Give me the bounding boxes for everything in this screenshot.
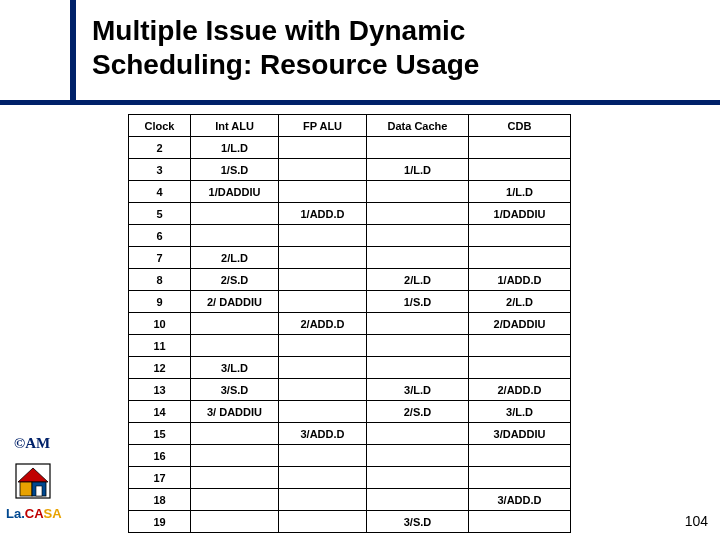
cell-dc <box>367 467 469 489</box>
cell-dc <box>367 137 469 159</box>
cell-cdb: 2/ADD.D <box>469 379 571 401</box>
title-line-1: Multiple Issue with Dynamic <box>92 15 465 46</box>
cell-int <box>191 511 279 533</box>
cell-clock: 3 <box>129 159 191 181</box>
table-row: 102/ADD.D2/DADDIU <box>129 313 571 335</box>
col-clock: Clock <box>129 115 191 137</box>
cell-int: 2/L.D <box>191 247 279 269</box>
cell-fp <box>279 379 367 401</box>
cell-fp <box>279 225 367 247</box>
cell-cdb <box>469 137 571 159</box>
cell-cdb <box>469 159 571 181</box>
cell-int <box>191 313 279 335</box>
cell-int <box>191 225 279 247</box>
cell-clock: 10 <box>129 313 191 335</box>
lacasa-logo: La.CASA <box>6 506 62 521</box>
cell-int <box>191 203 279 225</box>
col-int-alu: Int ALU <box>191 115 279 137</box>
cell-dc <box>367 225 469 247</box>
cell-clock: 6 <box>129 225 191 247</box>
cell-dc: 3/S.D <box>367 511 469 533</box>
cell-int: 3/L.D <box>191 357 279 379</box>
cell-cdb <box>469 467 571 489</box>
cell-dc <box>367 203 469 225</box>
cell-clock: 11 <box>129 335 191 357</box>
table-row: 16 <box>129 445 571 467</box>
cell-fp <box>279 335 367 357</box>
table-row: 193/S.D <box>129 511 571 533</box>
cell-dc: 2/S.D <box>367 401 469 423</box>
table-row: 17 <box>129 467 571 489</box>
cell-fp <box>279 511 367 533</box>
table-row: 133/S.D3/L.D2/ADD.D <box>129 379 571 401</box>
cell-dc: 2/L.D <box>367 269 469 291</box>
table-row: 6 <box>129 225 571 247</box>
cell-int: 1/DADDIU <box>191 181 279 203</box>
col-cdb: CDB <box>469 115 571 137</box>
cell-int: 1/S.D <box>191 159 279 181</box>
cell-cdb <box>469 445 571 467</box>
cell-dc <box>367 247 469 269</box>
cell-clock: 9 <box>129 291 191 313</box>
cell-dc <box>367 423 469 445</box>
cell-clock: 13 <box>129 379 191 401</box>
cell-cdb: 2/DADDIU <box>469 313 571 335</box>
table-header-row: Clock Int ALU FP ALU Data Cache CDB <box>129 115 571 137</box>
cell-dc <box>367 357 469 379</box>
cell-dc <box>367 335 469 357</box>
cell-cdb: 1/L.D <box>469 181 571 203</box>
cell-cdb <box>469 511 571 533</box>
cell-fp <box>279 357 367 379</box>
cell-int: 2/S.D <box>191 269 279 291</box>
cell-cdb: 3/L.D <box>469 401 571 423</box>
table-row: 143/ DADDIU2/S.D3/L.D <box>129 401 571 423</box>
cell-fp <box>279 291 367 313</box>
cell-int: 2/ DADDIU <box>191 291 279 313</box>
lacasa-la: La. <box>6 506 25 521</box>
cell-clock: 7 <box>129 247 191 269</box>
cell-clock: 14 <box>129 401 191 423</box>
resource-usage-table-wrap: Clock Int ALU FP ALU Data Cache CDB 21/L… <box>128 114 570 533</box>
resource-usage-table: Clock Int ALU FP ALU Data Cache CDB 21/L… <box>128 114 571 533</box>
cell-fp: 3/ADD.D <box>279 423 367 445</box>
cell-dc <box>367 445 469 467</box>
cell-cdb <box>469 247 571 269</box>
col-fp-alu: FP ALU <box>279 115 367 137</box>
cell-int: 3/S.D <box>191 379 279 401</box>
cell-fp <box>279 159 367 181</box>
cell-dc <box>367 313 469 335</box>
cell-clock: 15 <box>129 423 191 445</box>
cell-dc: 1/S.D <box>367 291 469 313</box>
cell-fp <box>279 467 367 489</box>
cell-clock: 8 <box>129 269 191 291</box>
table-row: 153/ADD.D3/DADDIU <box>129 423 571 445</box>
cell-fp: 1/ADD.D <box>279 203 367 225</box>
cell-dc <box>367 181 469 203</box>
cell-cdb: 3/DADDIU <box>469 423 571 445</box>
accent-horizontal <box>0 100 720 105</box>
cell-cdb <box>469 225 571 247</box>
table-row: 72/L.D <box>129 247 571 269</box>
table-row: 123/L.D <box>129 357 571 379</box>
cell-fp <box>279 269 367 291</box>
table-row: 92/ DADDIU1/S.D2/L.D <box>129 291 571 313</box>
cell-int <box>191 489 279 511</box>
table-row: 21/L.D <box>129 137 571 159</box>
cell-fp <box>279 247 367 269</box>
cell-fp: 2/ADD.D <box>279 313 367 335</box>
cell-int <box>191 423 279 445</box>
cell-clock: 4 <box>129 181 191 203</box>
cell-dc: 3/L.D <box>367 379 469 401</box>
table-row: 31/S.D1/L.D <box>129 159 571 181</box>
cell-clock: 17 <box>129 467 191 489</box>
lacasa-sa: SA <box>44 506 62 521</box>
cell-int <box>191 335 279 357</box>
svg-rect-4 <box>36 486 42 496</box>
cell-int: 3/ DADDIU <box>191 401 279 423</box>
accent-vertical <box>70 0 76 105</box>
table-row: 11 <box>129 335 571 357</box>
cell-cdb <box>469 335 571 357</box>
cell-cdb: 1/ADD.D <box>469 269 571 291</box>
title-line-2: Scheduling: Resource Usage <box>92 49 479 80</box>
cell-cdb: 1/DADDIU <box>469 203 571 225</box>
